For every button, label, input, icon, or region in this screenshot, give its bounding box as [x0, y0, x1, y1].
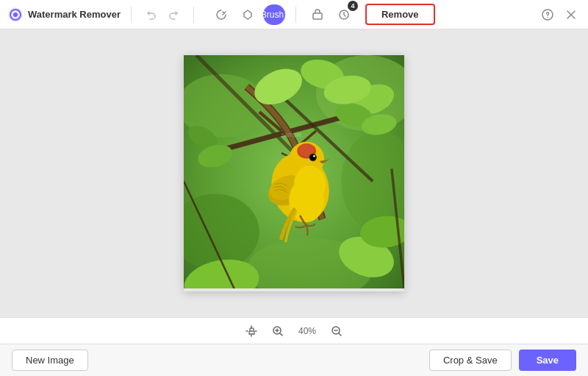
toolbar-divider-3: [295, 7, 296, 23]
tool-buttons: Brush ▾ 4: [210, 4, 355, 26]
svg-point-34: [313, 155, 315, 157]
lasso-tool-button[interactable]: [210, 4, 232, 26]
toolbar-divider: [131, 7, 132, 23]
toolbar-divider-2: [193, 7, 194, 23]
footer-left: New Image: [12, 350, 88, 371]
svg-rect-4: [313, 13, 322, 19]
brush-tool-button[interactable]: Brush ▾: [263, 4, 285, 25]
brush-label: Brush: [261, 10, 284, 20]
brush-chevron: ▾: [286, 10, 290, 18]
title-bar-right: [538, 5, 581, 24]
notification-badge: 4: [348, 1, 358, 11]
erase-tool-button[interactable]: [306, 4, 329, 26]
redo-button[interactable]: [164, 5, 183, 24]
close-button[interactable]: [562, 5, 581, 24]
bottom-toolbar: 40%: [0, 317, 588, 344]
title-bar-left: Watermark Remover: [7, 4, 532, 26]
svg-point-7: [547, 16, 548, 18]
help-button[interactable]: [538, 5, 557, 24]
title-bar: Watermark Remover: [0, 0, 588, 29]
save-button[interactable]: Save: [519, 350, 576, 371]
undo-button[interactable]: [142, 5, 161, 24]
nav-buttons: [142, 5, 183, 24]
new-image-button[interactable]: New Image: [12, 350, 88, 371]
crop-save-button[interactable]: Crop & Save: [429, 350, 512, 371]
zoom-out-button[interactable]: [328, 322, 345, 340]
footer: New Image Crop & Save Save: [0, 344, 588, 376]
remove-button[interactable]: Remove: [365, 4, 435, 25]
image-container[interactable]: sample: [184, 55, 404, 291]
svg-point-36: [294, 166, 326, 203]
svg-text:sample: sample: [282, 131, 302, 138]
app-title: Watermark Remover: [28, 9, 121, 20]
zoom-in-button[interactable]: [269, 322, 287, 340]
footer-right: Crop & Save Save: [429, 350, 576, 371]
main-canvas-area: sample: [0, 29, 588, 317]
app-logo: [7, 7, 24, 23]
pan-tool-button[interactable]: [243, 322, 260, 340]
settings-tool-button[interactable]: 4: [333, 4, 355, 26]
svg-point-2: [13, 13, 18, 17]
polygon-tool-button[interactable]: [237, 4, 259, 26]
zoom-level: 40%: [295, 326, 319, 336]
bird-image: sample: [184, 55, 404, 288]
